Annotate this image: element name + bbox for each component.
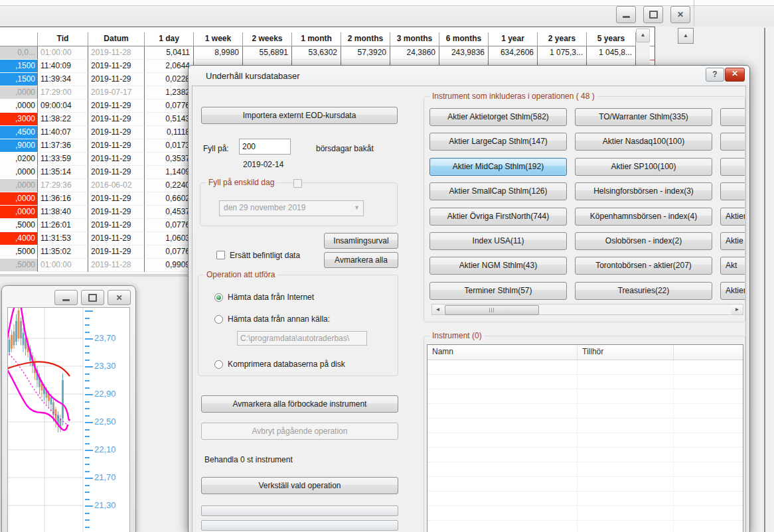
column-header[interactable]: Datum: [88, 33, 145, 46]
column-header-tillhor[interactable]: Tillhör: [578, 345, 674, 360]
list-cell: [578, 506, 674, 520]
chart-minimize-button[interactable]: [54, 290, 78, 305]
window-scroll-up-button[interactable]: ▲: [678, 28, 694, 44]
execute-operation-button[interactable]: Verkställ vald operation: [201, 477, 398, 494]
table-cell: 11:40:09: [38, 60, 88, 73]
column-header[interactable]: 1 day: [145, 33, 194, 46]
column-header[interactable]: 6 months: [439, 33, 489, 46]
instrument-filter-button[interactable]: TO/Warranter Sthlm(335): [575, 108, 712, 126]
table-cell: 2019-11-29: [88, 113, 145, 126]
scroll-up-icon: ▲: [641, 32, 646, 38]
column-header[interactable]: 2 months: [341, 33, 390, 46]
instrument-list-row: [427, 492, 743, 506]
candle-body: [62, 380, 64, 419]
column-header[interactable]: 1 week: [194, 33, 243, 46]
sampling-button[interactable]: Insamlingsurval: [324, 233, 398, 249]
column-header[interactable]: 5 years: [587, 33, 636, 46]
chart-close-button[interactable]: ✕: [108, 290, 131, 305]
instrument-filter-button[interactable]: Aktier MidCap Sthlm(192): [429, 158, 567, 176]
instrument-filter-button[interactable]: Torontobörsen - aktier(207): [575, 257, 712, 275]
table-row[interactable]: 0,0...01:00:002019-11-285,04118,998055,6…: [0, 46, 655, 60]
column-header[interactable]: 2 years: [538, 33, 587, 46]
scrollbar-thumb[interactable]: [445, 305, 539, 315]
column-header-empty[interactable]: [674, 345, 743, 360]
instrument-filter-button[interactable]: Aktier SmallCap Sthlm(126): [429, 182, 567, 200]
instrument-filter-button[interactable]: Köpenhamnsbörsen - index(4): [575, 208, 712, 226]
main-window-controls: ✕: [616, 6, 690, 23]
instrument-filter-button[interactable]: [720, 133, 745, 151]
axis-tick: [85, 318, 90, 319]
candle-body: [18, 310, 20, 338]
column-header[interactable]: Tid: [38, 33, 88, 46]
instrument-filter-button[interactable]: Index USA(11): [429, 232, 567, 250]
column-header[interactable]: 2 weeks: [243, 33, 292, 46]
axis-tick: [85, 499, 90, 500]
table-cell: ,0000: [0, 192, 38, 206]
source-path-input[interactable]: [237, 331, 367, 346]
instrument-filter-button[interactable]: Akt: [720, 257, 745, 275]
column-header-namn[interactable]: Namn: [427, 345, 578, 360]
table-cell: 2019-11-29: [88, 245, 145, 259]
column-header[interactable]: 3 months: [390, 33, 439, 46]
table-cell: 17:29:36: [38, 179, 88, 192]
uncheck-all-instruments-button[interactable]: Avmarkera alla förbockade instrument: [201, 395, 398, 413]
single-day-checkbox[interactable]: [293, 179, 302, 188]
instrument-filter-button[interactable]: [720, 182, 745, 200]
import-eod-button[interactable]: Importera externt EOD-kursdata: [201, 107, 398, 124]
instrument-filter-button[interactable]: [720, 108, 745, 126]
instrument-list-row: [427, 448, 743, 462]
table-cell: 0,0...: [0, 46, 38, 60]
deselect-all-button[interactable]: Avmarkera alla: [324, 252, 398, 268]
instrument-filter-button[interactable]: Aktier Övriga FirstNorth(744): [429, 208, 567, 226]
instrument-filter-button[interactable]: Aktier SP100(100): [575, 158, 712, 176]
column-header[interactable]: 1 month: [292, 33, 341, 46]
restore-button[interactable]: [643, 6, 663, 23]
radio-compress-databases[interactable]: [214, 360, 223, 369]
minimize-button[interactable]: [616, 6, 636, 23]
axis-tick: [85, 429, 90, 431]
column-header[interactable]: 1 year: [489, 33, 538, 46]
instrument-filter-button[interactable]: Oslobörsen - index(2): [575, 232, 712, 250]
table-cell: 17:29:00: [38, 86, 88, 100]
help-button[interactable]: ?: [706, 68, 724, 82]
instrument-filter-button[interactable]: Aktie: [720, 232, 745, 250]
axis-label: 22,10: [94, 444, 116, 455]
fill-suffix-label: börsdagar bakåt: [316, 144, 374, 153]
bollinger-upper-band: [8, 308, 70, 420]
instrument-filter-button[interactable]: Helsingforsbörsen - index(3): [575, 182, 712, 200]
axis-tick: [85, 332, 90, 333]
list-cell: [578, 389, 674, 403]
column-header[interactable]: [0, 33, 38, 46]
candle-body: [9, 340, 11, 352]
scroll-left-button[interactable]: ◄: [432, 304, 443, 314]
instrument-filter-button[interactable]: Aktier NGM Sthlm(43): [429, 257, 567, 275]
candle-body: [11, 335, 13, 349]
dialog-close-button[interactable]: ✕: [725, 68, 745, 82]
scroll-up-button[interactable]: ▲: [636, 29, 650, 42]
radio-fetch-internet[interactable]: [214, 293, 223, 302]
instrument-filter-button[interactable]: Aktier Aktietorget Sthlm(582): [429, 108, 567, 126]
axis-tick: [85, 464, 90, 465]
instrument-filter-button[interactable]: Aktier: [720, 282, 745, 300]
radio-fetch-other-source[interactable]: [214, 315, 223, 324]
replace-data-checkbox[interactable]: [216, 251, 225, 259]
single-day-combo[interactable]: den 29 november 2019 ▼: [219, 200, 364, 216]
instrument-filter-button[interactable]: Aktier L: [720, 208, 745, 226]
chart-restore-button[interactable]: [81, 290, 104, 305]
fill-days-input[interactable]: [239, 139, 291, 155]
instrument-filter-button[interactable]: Terminer Sthlm(57): [429, 282, 567, 300]
list-cell: [427, 419, 578, 432]
radio-fetch-other-source-label: Hämta data från annan källa:: [228, 314, 330, 324]
axis-label: 21,30: [94, 500, 116, 511]
list-cell: [427, 404, 578, 418]
close-button[interactable]: ✕: [670, 6, 690, 23]
minimize-icon: [62, 299, 70, 301]
scroll-right-button[interactable]: ►: [732, 304, 743, 314]
replace-data-label: Ersätt befintligt data: [230, 251, 300, 260]
instrument-buttons-scrollbar[interactable]: ◄ ►: [431, 304, 743, 315]
instrument-filter-button[interactable]: Aktier Nasdaq100(100): [575, 133, 712, 151]
restore-icon: [649, 11, 658, 19]
instrument-filter-button[interactable]: [720, 158, 745, 176]
instrument-filter-button[interactable]: Treasuries(22): [575, 282, 712, 300]
instrument-filter-button[interactable]: Aktier LargeCap Sthlm(147): [429, 133, 567, 151]
